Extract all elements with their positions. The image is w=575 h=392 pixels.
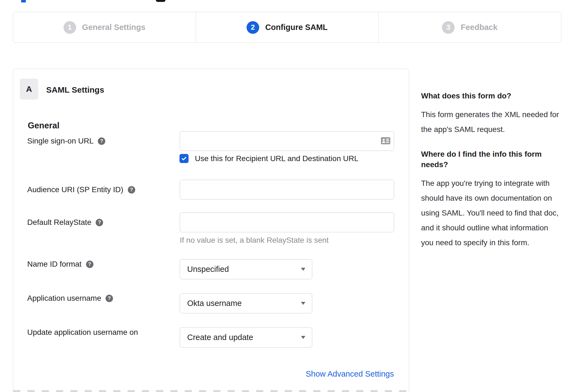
nameid-help-icon[interactable]: ? — [86, 261, 93, 268]
chevron-down-icon — [301, 268, 305, 271]
update-label-row: Update application username on — [27, 327, 138, 337]
relaystate-input[interactable] — [180, 212, 394, 232]
step-3-label: Feedback — [461, 23, 497, 32]
nameid-select-value: Unspecified — [187, 265, 301, 274]
audience-help-icon[interactable]: ? — [128, 186, 135, 194]
saml-settings-card: A SAML Settings General Single sign-on U… — [13, 69, 409, 392]
sso-url-input[interactable] — [180, 131, 394, 151]
top-cropped-blue-fragment — [21, 0, 26, 2]
relaystate-label: Default RelayState — [27, 218, 91, 227]
step-1-circle: 1 — [63, 21, 76, 34]
step-configure-saml[interactable]: 2 Configure SAML — [196, 12, 378, 43]
nameid-label-row: Name ID format ? — [27, 259, 93, 269]
sso-label: Single sign-on URL — [27, 137, 93, 145]
step-1-label: General Settings — [82, 23, 145, 32]
step-general-settings[interactable]: 1 General Settings — [13, 12, 196, 43]
relaystate-hint: If no value is set, a blank RelayState i… — [180, 236, 329, 245]
help-answer-2: The app you're trying to integrate with … — [421, 176, 563, 250]
section-a-badge: A — [20, 79, 38, 100]
help-question-1: What does this form do? — [421, 91, 563, 101]
card-title: SAML Settings — [46, 85, 104, 95]
recipient-url-checkbox[interactable] — [179, 154, 189, 163]
step-feedback[interactable]: 3 Feedback — [378, 12, 561, 43]
configure-saml-page: 1 General Settings 2 Configure SAML 3 Fe… — [0, 0, 575, 392]
appuser-select-value: Okta username — [187, 299, 301, 308]
step-2-circle: 2 — [247, 21, 259, 34]
nameid-select[interactable]: Unspecified — [180, 259, 312, 279]
next-section-dashed-divider — [13, 390, 409, 392]
relaystate-help-icon[interactable]: ? — [96, 219, 103, 226]
appuser-help-icon[interactable]: ? — [106, 295, 113, 302]
step-3-circle: 3 — [442, 21, 455, 34]
appuser-label-row: Application username ? — [27, 293, 113, 303]
update-label: Update application username on — [27, 328, 138, 337]
step-2-label: Configure SAML — [265, 23, 328, 32]
general-section-heading: General — [28, 121, 59, 131]
chevron-down-icon — [301, 302, 305, 305]
appuser-label: Application username — [27, 294, 101, 303]
help-question-2: Where do I find the info this form needs… — [421, 149, 563, 170]
contact-card-icon — [381, 137, 390, 144]
update-select-value: Create and update — [187, 333, 301, 342]
help-answer-1: This form generates the XML needed for t… — [421, 107, 563, 137]
appuser-select[interactable]: Okta username — [180, 293, 312, 313]
audience-label-row: Audience URI (SP Entity ID) ? — [27, 185, 135, 195]
update-username-select[interactable]: Create and update — [180, 327, 312, 347]
checkmark-icon — [181, 155, 187, 162]
recipient-url-checkbox-label: Use this for Recipient URL and Destinati… — [195, 154, 358, 163]
wizard-stepper: 1 General Settings 2 Configure SAML 3 Fe… — [13, 12, 561, 43]
relaystate-label-row: Default RelayState ? — [27, 217, 103, 227]
sso-help-icon[interactable]: ? — [98, 137, 105, 145]
audience-label: Audience URI (SP Entity ID) — [27, 185, 123, 194]
top-cropped-dark-fragment — [156, 0, 165, 2]
chevron-down-icon — [301, 336, 305, 339]
sidebar-help-panel: What does this form do? This form genera… — [421, 91, 563, 250]
show-advanced-settings-link[interactable]: Show Advanced Settings — [306, 369, 394, 379]
sso-label-row: Single sign-on URL ? — [27, 136, 105, 146]
audience-uri-input[interactable] — [180, 180, 394, 200]
nameid-label: Name ID format — [27, 260, 82, 269]
